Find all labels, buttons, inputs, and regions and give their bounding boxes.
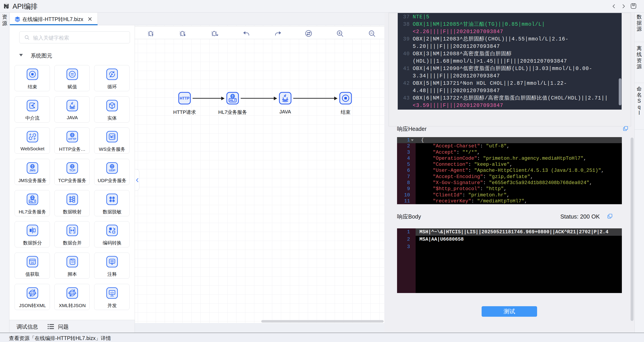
- svg-text:(x): (x): [31, 261, 34, 264]
- svg-text:</>: </>: [110, 291, 114, 294]
- svg-text:</>: </>: [71, 260, 74, 263]
- svg-text:XML-Json: XML-Json: [68, 292, 76, 294]
- svg-text:UDP: UDP: [109, 169, 116, 172]
- svg-text:HTTP: HTTP: [180, 96, 190, 100]
- svg-text:HTTP: HTTP: [68, 137, 76, 141]
- svg-text:Json-XML: Json-XML: [28, 292, 36, 294]
- svg-text:HL7: HL7: [30, 200, 35, 203]
- svg-text:TCP: TCP: [69, 169, 76, 172]
- svg-text:JMS: JMS: [29, 169, 36, 172]
- svg-text:HL7: HL7: [230, 99, 235, 102]
